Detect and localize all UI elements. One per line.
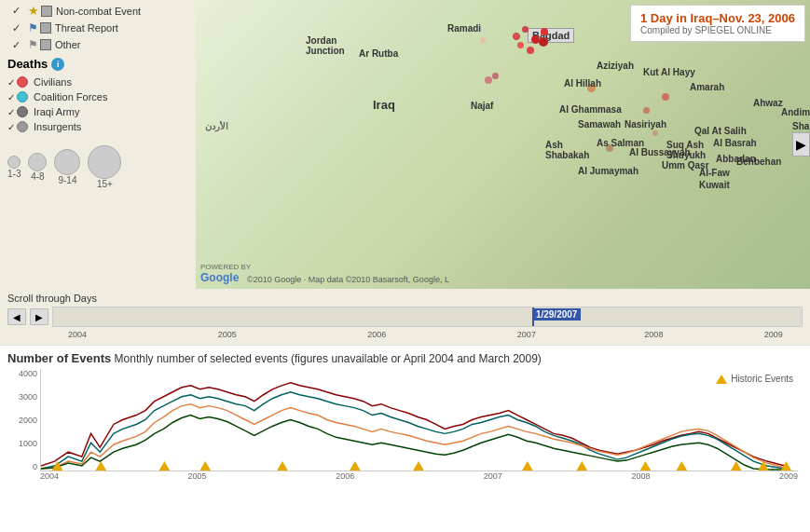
- legend-other: ✓ ⚑ Other: [7, 38, 188, 51]
- chart-area: 4000 3000 2000 1000 0 Historic Events: [7, 369, 803, 490]
- place-kuwait: Kuwait: [699, 180, 730, 190]
- year-2008: 2008: [644, 330, 663, 339]
- event-dot: [606, 144, 613, 152]
- bubble-15plus: 15+: [88, 145, 121, 189]
- historic-triangle-8: [522, 461, 533, 471]
- overlay-sub: Compiled by SPIEGEL ONLINE: [640, 25, 795, 35]
- deaths-header: Deaths i: [7, 57, 188, 71]
- year-2006: 2006: [367, 330, 386, 339]
- historic-triangle-10: [640, 461, 652, 471]
- chart-xaxis: 2004 2005 2006 2007 2008 2009: [40, 471, 798, 490]
- legend-threat-report: ✓ ⚑ Threat Report: [7, 21, 188, 34]
- year-2007: 2007: [517, 330, 536, 339]
- chart-title: Number of Events: [7, 351, 111, 365]
- x-label-2004: 2004: [40, 471, 59, 490]
- event-dot: [541, 28, 548, 35]
- bubble-legend: 1-3 4-8 9-14 15+: [7, 145, 188, 189]
- y-label-2000: 2000: [19, 416, 37, 425]
- chart-svg: [41, 369, 798, 471]
- place-as-salman: As Salman: [597, 138, 644, 148]
- powered-by-label: POWERED BY Google: [200, 263, 251, 284]
- historic-triangle-11: [677, 461, 688, 471]
- coalition-dot: [17, 91, 28, 102]
- coalition-label: Coalition Forces: [34, 91, 107, 102]
- y-label-1000: 1000: [19, 439, 37, 448]
- year-2009: 2009: [764, 330, 783, 339]
- bubble-label-1-3: 1-3: [7, 169, 21, 179]
- color-swatch: [41, 6, 52, 17]
- bubble-4-8: 4-8: [28, 153, 47, 182]
- place-jordan: الأردن: [205, 121, 228, 131]
- copyright-text: ©2010 Google · Map data ©2010 Basarsoft,…: [247, 275, 449, 284]
- event-dot: [517, 42, 524, 48]
- prev-button[interactable]: ◀: [7, 308, 26, 325]
- place-ar-rutba: Ar Rutba: [359, 48, 398, 59]
- place-iraq: Iraq: [373, 98, 395, 112]
- chart-header: Number of Events Monthly number of selec…: [7, 351, 803, 365]
- place-behbehan: Behbehan: [736, 157, 781, 167]
- x-label-2005: 2005: [188, 471, 207, 490]
- y-label-0: 0: [33, 462, 37, 471]
- info-icon[interactable]: i: [51, 58, 64, 71]
- place-aziziyah: Aziziyah: [597, 61, 634, 71]
- place-ash-shabakah: AshShabakah: [545, 140, 589, 160]
- x-label-2007: 2007: [484, 471, 502, 490]
- insurgents-label: Insurgents: [34, 121, 81, 132]
- historic-triangle-3: [159, 461, 171, 471]
- iraqi-army-label: Iraqi Army: [34, 106, 80, 117]
- place-qal-at-salih: Qal At Salih: [694, 126, 747, 136]
- map-next-button[interactable]: ▶: [792, 132, 810, 157]
- powered-by-text: POWERED BY: [200, 263, 251, 271]
- event-dot: [539, 37, 548, 47]
- flag-icon: ⚑: [28, 21, 38, 34]
- chart-section: Number of Events Monthly number of selec…: [0, 345, 810, 532]
- place-andimeshk: Andimeshk: [781, 107, 810, 117]
- place-abbadan: Abbadan: [716, 154, 756, 164]
- flag-gray-icon: ⚑: [28, 38, 38, 51]
- place-ramadi: Ramadi: [447, 23, 481, 34]
- historic-triangle-4: [199, 461, 211, 471]
- large-bubble: [54, 149, 80, 175]
- event-dot: [522, 26, 529, 33]
- timeline-bar[interactable]: 2004 2005 2006 2007 2008 2009 1/29/2007: [52, 307, 803, 327]
- scroll-label: Scroll through Days: [7, 293, 803, 304]
- event-dot: [587, 84, 596, 92]
- event-dot: [662, 93, 669, 101]
- place-al-faw: Al-Faw: [699, 168, 730, 178]
- bubble-label-15plus: 15+: [97, 179, 113, 189]
- place-al-ghammash: Al Ghammasa: [559, 104, 622, 115]
- place-ahwaz: Ahwaz: [753, 98, 783, 108]
- bubble-1-3: 1-3: [7, 156, 21, 179]
- iraqi-army-dot: [17, 106, 28, 117]
- checkmark-icon: ✓: [7, 38, 24, 51]
- place-umm-qasr: Umm Qasr: [662, 160, 709, 171]
- event-dot: [643, 107, 650, 114]
- color-swatch: [40, 39, 51, 50]
- year-2004: 2004: [68, 330, 87, 339]
- event-dot: [492, 73, 499, 79]
- historic-triangle-7: [413, 461, 424, 471]
- check-icon: ✓: [7, 77, 15, 88]
- legend-other-label: Other: [55, 39, 81, 50]
- place-al-bussayyah: Al Bussayyah: [629, 147, 691, 157]
- checkmark-icon: ✓: [7, 5, 24, 18]
- place-suq-ash: Suq AshShuyukh: [666, 140, 706, 160]
- next-button[interactable]: ▶: [30, 308, 48, 325]
- legend-non-combat: ✓ ★ Non-combat Event: [7, 4, 188, 18]
- legend-threat-label: Threat Report: [55, 22, 118, 34]
- place-samawah: Samawah: [578, 119, 621, 130]
- check-icon: ✓: [7, 92, 15, 102]
- event-dot: [513, 33, 520, 40]
- deaths-title: Deaths: [7, 57, 48, 71]
- event-dot: [480, 37, 486, 43]
- x-label-2008: 2008: [631, 471, 650, 490]
- y-label-3000: 3000: [19, 392, 37, 402]
- event-dot: [527, 47, 534, 54]
- place-najaf: Najaf: [471, 101, 493, 111]
- current-date-marker: 1/29/2007: [532, 308, 582, 321]
- map-area[interactable]: Ramadi JordanJunction Ar Rutba Iraq الأر…: [196, 0, 810, 289]
- historic-triangle-14: [781, 461, 792, 471]
- sidebar: ✓ ★ Non-combat Event ✓ ⚑ Threat Report ✓…: [0, 0, 196, 289]
- death-iraqi-army: ✓ Iraqi Army: [7, 106, 188, 117]
- event-dot: [652, 130, 658, 136]
